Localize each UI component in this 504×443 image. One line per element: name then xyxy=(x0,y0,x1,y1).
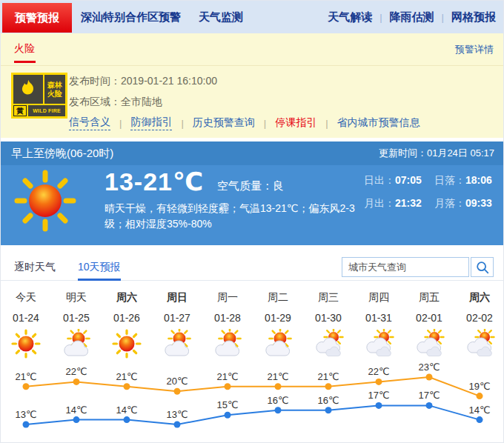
forecast-date-label: 02-01 xyxy=(404,312,454,324)
svg-text:19℃: 19℃ xyxy=(468,381,490,392)
alert-link-separator: | xyxy=(264,118,266,129)
alert-link-2[interactable]: 历史预警查询 xyxy=(193,116,255,130)
svg-text:14℃: 14℃ xyxy=(65,404,87,416)
svg-text:22℃: 22℃ xyxy=(368,366,389,377)
forecast-column-01-30[interactable]: 周三01-30 xyxy=(303,281,354,359)
forecast-date-label: 01-24 xyxy=(1,312,51,324)
topnav-right-links: 天气解读|降雨估测|网格预报 xyxy=(328,10,504,24)
tab-hourly-weather[interactable]: 逐时天气 xyxy=(14,253,56,281)
update-time-value: 01月24日 05:17 xyxy=(427,147,494,159)
partly-cloudy-icon xyxy=(212,329,243,359)
forecast-column-01-26[interactable]: 周六01-26 xyxy=(102,281,152,359)
search-icon xyxy=(475,260,490,275)
current-weather-panel: 早上至傍晚(06-20时) 更新时间：01月24日 05:17 xyxy=(1,141,504,245)
astro-item-1: 日落：18:06 xyxy=(434,174,504,187)
badge-level: 黄 xyxy=(13,105,27,116)
tab-warning-forecast[interactable]: 预警预报 xyxy=(2,3,72,33)
astro-value: 18:06 xyxy=(465,174,492,186)
publish-time-value: 2019-01-21 16:10:00 xyxy=(121,75,217,87)
astro-item-2: 月出：21:32 xyxy=(364,197,434,210)
forecast-column-01-25[interactable]: 明天01-25 xyxy=(51,281,102,359)
forecast-period-title: 早上至傍晚(06-20时) xyxy=(11,147,113,161)
alert-link-separator: | xyxy=(119,118,122,129)
forecast-day-label: 周日 xyxy=(152,291,202,304)
forecast-column-01-29[interactable]: 周二01-29 xyxy=(253,281,303,359)
city-weather-search-input[interactable] xyxy=(342,257,469,277)
tab-ten-day-forecast[interactable]: 10天预报 xyxy=(78,253,121,281)
svg-text:21℃: 21℃ xyxy=(267,371,288,382)
badge-name: 森林 火险 xyxy=(44,75,65,104)
astro-label: 月落： xyxy=(434,197,465,209)
forecast-day-label: 周二 xyxy=(253,291,303,304)
nav-separator: | xyxy=(379,12,382,23)
badge-name-line2: 火险 xyxy=(47,90,62,99)
forecast-day-label: 周六 xyxy=(102,291,152,304)
forecast-column-02-02[interactable]: 周六02-02 xyxy=(454,281,504,359)
publish-time: 发布时间：2019-01-21 16:10:00 xyxy=(69,75,217,88)
svg-text:21℃: 21℃ xyxy=(317,371,339,382)
forecast-date-label: 02-02 xyxy=(454,312,504,324)
svg-text:16℃: 16℃ xyxy=(267,395,288,406)
svg-text:17℃: 17℃ xyxy=(418,390,440,401)
cloudy-icon xyxy=(464,329,495,359)
topnav-tab-1[interactable]: 天气监测 xyxy=(199,10,243,24)
astro-label: 月出： xyxy=(364,197,395,209)
forest-fire-warning-badge: 森林 火险 黄 WILD FIRE xyxy=(11,73,67,119)
forecast-day-label: 周六 xyxy=(454,291,504,304)
alert-link-4[interactable]: 省内城市预警信息 xyxy=(337,116,420,130)
cloudy-icon xyxy=(363,329,394,359)
forecast-date-label: 01-27 xyxy=(152,312,202,324)
flame-icon xyxy=(13,75,43,104)
badge-english-label: WILD FIRE xyxy=(28,105,65,116)
alert-link-1[interactable]: 防御指引 xyxy=(130,116,172,130)
badge-name-line1: 森林 xyxy=(47,81,62,90)
svg-text:20℃: 20℃ xyxy=(166,376,188,387)
astro-label: 日出： xyxy=(364,174,395,186)
svg-text:22℃: 22℃ xyxy=(65,366,87,377)
air-quality-value: 良 xyxy=(273,179,284,192)
publish-area: 发布区域：全市陆地 xyxy=(69,96,162,109)
forecast-column-01-24[interactable]: 今天01-24 xyxy=(1,281,51,359)
alert-category-bar: 火险 预警详情 xyxy=(1,33,504,66)
forecast-column-01-28[interactable]: 周一01-28 xyxy=(202,281,253,359)
top-navigation: 预警预报 深汕特别合作区预警天气监测 天气解读|降雨估测|网格预报 xyxy=(1,1,504,33)
svg-text:14℃: 14℃ xyxy=(116,404,137,416)
temperature-range: 13-21℃ xyxy=(105,167,204,196)
nav-separator: | xyxy=(442,12,444,23)
topnav-right-link-0[interactable]: 天气解读 xyxy=(328,10,372,24)
warning-detail-link[interactable]: 预警详情 xyxy=(455,43,494,56)
forecast-column-01-27[interactable]: 周日01-27 xyxy=(152,281,202,359)
search-button[interactable] xyxy=(471,257,494,277)
ten-day-forecast: 今天01-24明天01-25周六01-26周日01-27周一01-28周二01-… xyxy=(1,281,504,443)
alert-link-0[interactable]: 信号含义 xyxy=(69,116,110,130)
partly-cloudy-icon xyxy=(162,329,193,359)
alert-link-separator: | xyxy=(181,118,183,129)
alert-link-separator: | xyxy=(325,118,328,129)
forecast-day-label: 今天 xyxy=(1,291,51,304)
forecast-day-label: 周四 xyxy=(354,291,404,304)
svg-text:21℃: 21℃ xyxy=(116,371,137,382)
svg-text:17℃: 17℃ xyxy=(368,390,389,401)
svg-text:16℃: 16℃ xyxy=(317,395,339,406)
cloudy-icon xyxy=(414,329,445,359)
forecast-tab-row: 逐时天气 10天预报 xyxy=(1,253,504,281)
topnav-right-link-2[interactable]: 网格预报 xyxy=(451,10,496,24)
air-quality: 空气质量：良 xyxy=(217,179,284,193)
forecast-date-label: 01-28 xyxy=(202,312,253,324)
forecast-column-01-31[interactable]: 周四01-31 xyxy=(354,281,404,359)
sun-moon-times: 日出：07:05日落：18:06月出：21:32月落：09:33 xyxy=(364,174,504,210)
forecast-day-label: 明天 xyxy=(51,291,102,304)
weather-warning-page: 预警预报 深汕特别合作区预警天气监测 天气解读|降雨估测|网格预报 火险 预警详… xyxy=(0,0,504,443)
update-time-label: 更新时间： xyxy=(379,147,427,159)
forecast-column-02-01[interactable]: 周五02-01 xyxy=(404,281,454,359)
alert-link-3[interactable]: 停课指引 xyxy=(275,116,316,130)
topnav-tab-0[interactable]: 深汕特别合作区预警 xyxy=(81,10,181,24)
svg-text:21℃: 21℃ xyxy=(216,371,238,382)
forecast-date-label: 01-31 xyxy=(354,312,404,324)
current-weather-header: 早上至傍晚(06-20时) 更新时间：01月24日 05:17 xyxy=(1,141,504,165)
svg-text:21℃: 21℃ xyxy=(15,371,36,382)
forecast-day-label: 周三 xyxy=(303,291,354,304)
partly-cloudy-icon xyxy=(61,329,92,359)
topnav-right-link-1[interactable]: 降雨估测 xyxy=(390,10,434,24)
tab-fire-risk[interactable]: 火险 xyxy=(14,42,35,56)
